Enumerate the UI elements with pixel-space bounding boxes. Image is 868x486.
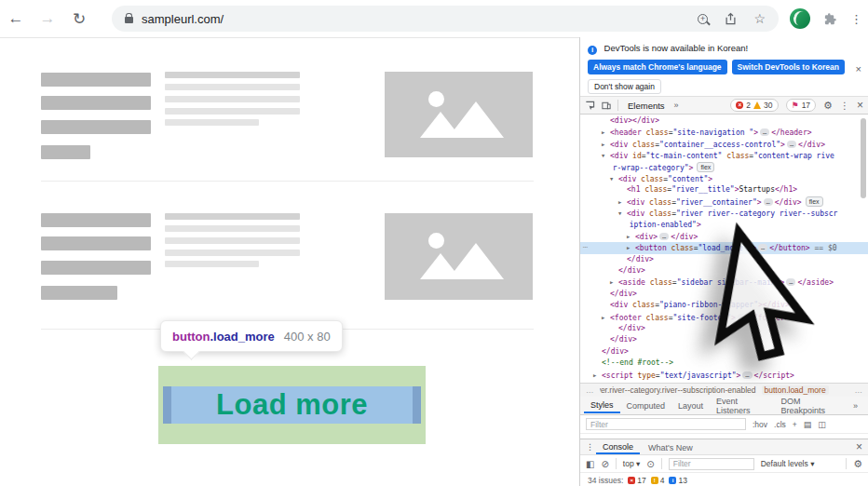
address-bar[interactable]: sampleurl.com/ ☆ [112,6,779,32]
issues-summary-label[interactable]: 34 issues: [588,476,623,485]
styles-tab-computed[interactable]: Computed [620,398,672,412]
reload-icon[interactable]: ↻ [63,9,95,29]
dom-tree-row[interactable]: r-wrap--category">flex [580,162,868,173]
inspect-overlay-padding: Load more [158,366,426,444]
issues-badge[interactable]: ⚑ 17 [786,99,817,112]
devtools-close-icon[interactable]: × [857,99,863,112]
styles-filter-input[interactable] [586,418,746,430]
computed-panel-icon[interactable]: ▤ [804,420,812,429]
error-count: 2 [746,101,751,110]
expand-arrow-icon[interactable]: ▶ [618,196,627,208]
notice-text: DevTools is now available in Korean! [604,43,749,53]
placeholder-mountain-icon [448,243,504,279]
expand-arrow-icon[interactable]: ▶ [593,370,602,381]
devtools-language-notice: i DevTools is now available in Korean! A… [580,37,868,96]
live-expression-eye-icon[interactable]: ⊙ [646,459,654,469]
settings-gear-icon[interactable]: ⚙ [823,100,833,112]
styles-filter-row: :hov .cls + ▤ ◫ [580,415,868,434]
browser-window: ← → ↻ sampleurl.com/ ☆ ⋮ [0,0,868,486]
zoom-icon[interactable] [698,14,708,24]
dom-tree-row[interactable]: ▶<div class="river__container">…</div>fl… [580,196,868,208]
skeleton-bar [41,213,151,227]
inspect-element-icon[interactable] [585,101,595,111]
drawer-close-icon[interactable]: × [856,440,862,453]
console-sidebar-icon[interactable]: ◧ [586,459,594,469]
element-classes-button[interactable]: .cls [774,420,786,429]
styles-tab-styles[interactable]: Styles [584,398,620,413]
dom-tree-row[interactable]: <h1 class="river__title">Startups</h1> [580,184,868,196]
expand-arrow-icon[interactable]: ▶ [602,312,610,323]
pseudo-state-button[interactable]: :hov [753,420,767,429]
skeleton-line [165,108,300,115]
load-more-button[interactable]: Load more [158,366,426,444]
info-icon: i [588,46,597,55]
bookmark-star-icon[interactable]: ☆ [753,11,766,26]
dom-tree-row[interactable]: ▶<header class="site-navigation ">…</hea… [580,127,868,138]
lock-icon[interactable] [125,17,133,23]
skeleton-line [165,225,300,232]
styles-tab-layout[interactable]: Layout [671,398,710,412]
error-icon: × [736,101,743,109]
console-filter-input[interactable] [669,458,754,470]
expand-arrow-icon[interactable]: ▶ [602,127,610,138]
skeleton-bar [41,96,151,110]
back-icon[interactable]: ← [0,9,32,28]
console-drawer: ⋮ Console What's New × ◧ ⊘ top ▾ ⊙ Defau… [580,439,868,486]
crumb-more-left[interactable]: … [586,385,594,395]
content-divider [41,181,534,182]
match-language-button[interactable]: Always match Chrome's language [588,60,727,74]
expand-arrow-icon[interactable]: ▶ [602,139,610,150]
errors-warnings-badge[interactable]: × 2 30 [730,99,778,112]
forward-icon[interactable]: → [32,9,63,28]
skeleton-line [165,96,300,102]
notice-close-icon[interactable]: × [856,63,861,74]
inspect-tooltip: button.load_more 400 x 80 [160,320,343,352]
styles-tab-dom-breakpoints[interactable]: DOM Breakpoints [775,394,847,417]
collapse-arrow-icon[interactable]: ▼ [602,150,610,161]
expand-arrow-icon[interactable]: ▶ [627,242,635,253]
tab-whats-new[interactable]: What's New [642,441,699,453]
dom-tree-row[interactable]: ▶<script type="text/javascript">…</scrip… [580,370,868,381]
device-toolbar-icon[interactable] [601,101,612,111]
row-menu-icon[interactable]: ⋯ [583,242,588,253]
dom-tree-row[interactable]: ▼<div class="river river--category river… [580,208,868,219]
profile-avatar[interactable] [790,8,810,29]
dont-show-again-button[interactable]: Don't show again [588,79,661,94]
console-settings-gear-icon[interactable]: ⚙ [853,458,862,470]
collapse-arrow-icon[interactable]: ▼ [610,173,618,184]
new-style-rule-icon[interactable]: + [793,420,797,429]
url-text[interactable]: sampleurl.com/ [142,12,224,26]
sidebar-layout-icon[interactable]: ◫ [818,420,826,429]
styles-tab-event-listeners[interactable]: Event Listeners [710,394,774,417]
styles-tab--[interactable]: » [847,398,864,412]
tab-elements[interactable]: Elements [624,101,669,111]
dom-tree-row[interactable]: ▶<div class="container__access-control">… [580,139,868,150]
browser-menu-icon[interactable]: ⋮ [850,12,862,26]
skeleton-bar [41,236,151,250]
share-icon[interactable] [724,12,738,26]
placeholder-sun-icon [428,233,444,249]
expand-arrow-icon[interactable]: ▶ [610,277,618,288]
more-tabs-icon[interactable]: » [674,101,679,110]
extensions-puzzle-icon[interactable] [823,12,837,26]
crumb-more-right[interactable]: … [855,385,863,395]
devtools-toolbar: Elements » × 2 30 ⚑ 17 ⚙ ⋮ × [580,96,868,115]
expand-arrow-icon[interactable]: ▶ [627,231,635,242]
devtools-menu-icon[interactable]: ⋮ [840,101,849,111]
drawer-menu-icon[interactable]: ⋮ [586,442,594,452]
tab-console[interactable]: Console [596,440,640,454]
context-selector[interactable]: top ▾ [623,459,640,468]
log-levels-dropdown[interactable]: Default levels ▾ [761,459,815,468]
warning-count: 30 [764,101,772,110]
switch-korean-button[interactable]: Switch DevTools to Korean [732,60,845,74]
skeleton-line [165,261,259,267]
warning-icon [753,101,761,109]
clear-console-icon[interactable]: ⊘ [601,459,608,469]
dom-tree-row[interactable]: ▼<div id="tc-main-content" class="conten… [580,150,868,161]
collapse-arrow-icon[interactable]: ▼ [618,208,627,219]
status-warnings: ! 4 [651,476,665,485]
dom-tree-row[interactable]: ▼<div class="content"> [580,173,868,184]
skeleton-line [165,250,300,256]
scrollbar-thumb[interactable] [861,118,866,198]
dom-tree-row[interactable]: <div></div> [580,115,868,127]
